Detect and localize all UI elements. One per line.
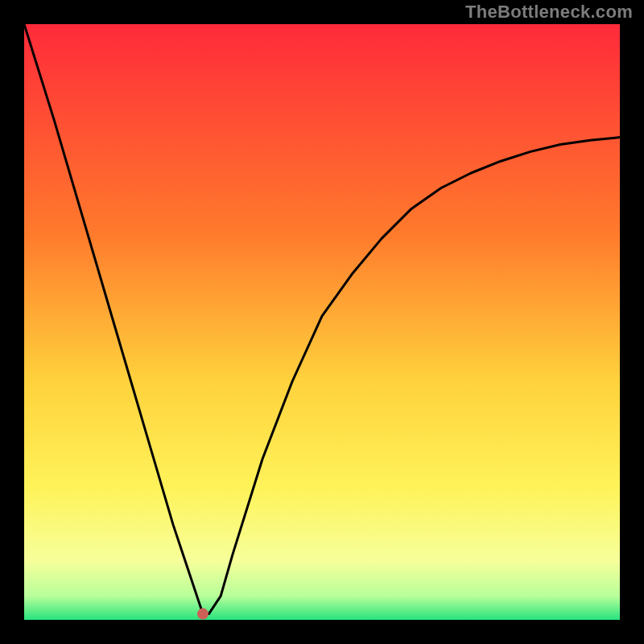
chart-frame: TheBottleneck.com [0, 0, 644, 644]
bottleneck-chart [24, 24, 620, 620]
optimal-point-marker [197, 609, 208, 620]
watermark-text: TheBottleneck.com [465, 2, 633, 23]
